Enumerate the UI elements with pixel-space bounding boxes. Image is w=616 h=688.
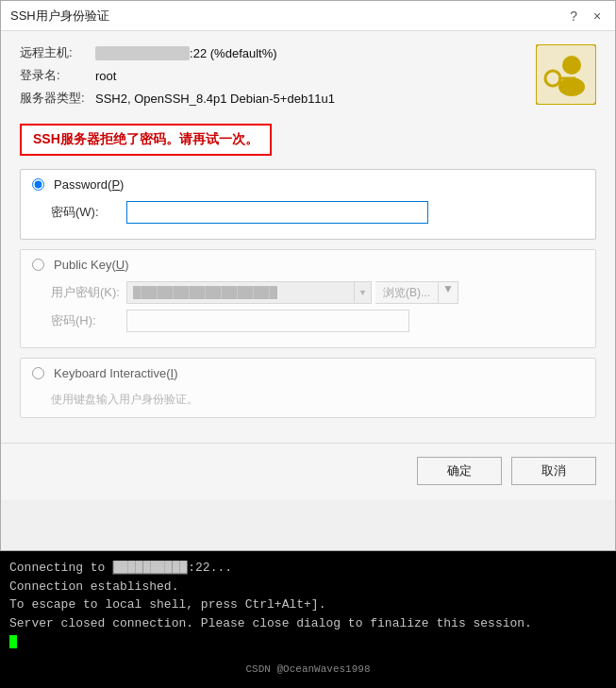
keyboard-radio[interactable] xyxy=(32,367,44,379)
browse-button[interactable]: 浏览(B)... xyxy=(375,281,439,304)
public-key-radio-label[interactable]: Public Key(U) xyxy=(54,258,128,272)
terminal-line-3: To escape to local shell, press Ctrl+Alt… xyxy=(9,596,607,614)
keyboard-section-body: 使用键盘输入用户身份验证。 xyxy=(21,386,595,417)
help-button[interactable]: ? xyxy=(564,8,583,24)
user-key-row: 用户密钥(K): ██████████████████ ▼ 浏览(B)... ▼ xyxy=(51,281,584,304)
terminal-line-1: Connecting to ██████████:22... xyxy=(9,559,607,578)
password-radio-label[interactable]: Password(P) xyxy=(54,177,124,192)
public-key-radio[interactable] xyxy=(32,259,44,271)
terminal-line-4: Server closed connection. Please close d… xyxy=(9,614,607,633)
password-section-body: 密码(W): xyxy=(21,197,595,239)
titlebar-buttons: ? × xyxy=(564,8,606,25)
keyboard-radio-label[interactable]: Keyboard Interactive(I) xyxy=(54,366,178,380)
info-rows: 远程主机: ██████████ :22 (%default%) 登录名: ro… xyxy=(20,44,526,112)
password-section-header: Password(P) xyxy=(21,170,595,197)
public-key-section: Public Key(U) 用户密钥(K): █████████████████… xyxy=(20,249,596,348)
passphrase-label: 密码(H): xyxy=(51,312,126,329)
public-key-section-body: 用户密钥(K): ██████████████████ ▼ 浏览(B)... ▼… xyxy=(21,277,595,347)
terminal-cursor xyxy=(9,635,17,648)
username-value: root xyxy=(95,69,116,83)
username-label: 登录名: xyxy=(20,67,95,84)
dialog-title: SSH用户身份验证 xyxy=(10,8,109,25)
browse-dropdown-arrow[interactable]: ▼ xyxy=(439,281,458,304)
info-section: 远程主机: ██████████ :22 (%default%) 登录名: ro… xyxy=(20,44,596,112)
server-type-label: 服务器类型: xyxy=(20,90,95,107)
cancel-button[interactable]: 取消 xyxy=(511,457,596,485)
public-key-section-header: Public Key(U) xyxy=(21,250,595,277)
key-select-wrapper: ██████████████████ ▼ xyxy=(126,281,372,304)
server-type-row: 服务器类型: SSH2, OpenSSH_8.4p1 Debian-5+deb1… xyxy=(20,90,526,107)
avatar-icon xyxy=(536,44,596,105)
keyboard-label-text: Keyboard Interactive(I) xyxy=(54,366,178,380)
remote-host-label: 远程主机: xyxy=(20,44,95,61)
password-section: Password(P) 密码(W): xyxy=(20,169,596,240)
dialog-titlebar: SSH用户身份验证 ? × xyxy=(1,1,615,31)
public-key-label-text: Public Key(U) xyxy=(54,258,128,272)
password-field-label: 密码(W): xyxy=(51,204,126,221)
passphrase-input[interactable] xyxy=(126,310,409,332)
svg-point-2 xyxy=(558,77,585,96)
terminal-line-2: Connection established. xyxy=(9,578,607,596)
remote-host-value-blurred: ██████████ xyxy=(95,46,190,60)
dialog-footer: 确定 取消 xyxy=(1,443,615,500)
user-key-label: 用户密钥(K): xyxy=(51,284,126,301)
confirm-button[interactable]: 确定 xyxy=(417,457,502,485)
password-radio[interactable] xyxy=(32,178,44,191)
passphrase-row: 密码(H): xyxy=(51,310,584,332)
keyboard-section: Keyboard Interactive(I) 使用键盘输入用户身份验证。 xyxy=(20,358,596,418)
server-type-value: SSH2, OpenSSH_8.4p1 Debian-5+deb11u1 xyxy=(95,92,335,106)
password-label-text: Password(P) xyxy=(54,177,124,192)
error-banner: SSH服务器拒绝了密码。请再试一次。 xyxy=(20,124,272,156)
password-field-row: 密码(W): xyxy=(51,201,584,224)
key-select-text: ██████████████████ xyxy=(127,286,354,299)
browse-btn-wrap: 浏览(B)... ▼ xyxy=(375,281,458,304)
key-select-arrow-icon: ▼ xyxy=(354,282,371,303)
watermark: CSDN @OceanWaves1998 xyxy=(245,662,370,678)
username-row: 登录名: root xyxy=(20,67,526,84)
svg-point-1 xyxy=(562,56,581,75)
remote-host-suffix: :22 (%default%) xyxy=(190,46,277,60)
keyboard-section-header: Keyboard Interactive(I) xyxy=(21,359,595,386)
remote-host-row: 远程主机: ██████████ :22 (%default%) xyxy=(20,44,526,61)
ssh-auth-dialog: SSH用户身份验证 ? × 远程主机: ██████████ :22 (%def… xyxy=(0,0,616,551)
close-button[interactable]: × xyxy=(589,8,606,25)
dialog-content: 远程主机: ██████████ :22 (%default%) 登录名: ro… xyxy=(1,31,615,443)
keyboard-description: 使用键盘输入用户身份验证。 xyxy=(51,392,584,408)
terminal-output: Connecting to ██████████:22... Connectio… xyxy=(0,551,616,688)
password-input[interactable] xyxy=(126,201,428,224)
